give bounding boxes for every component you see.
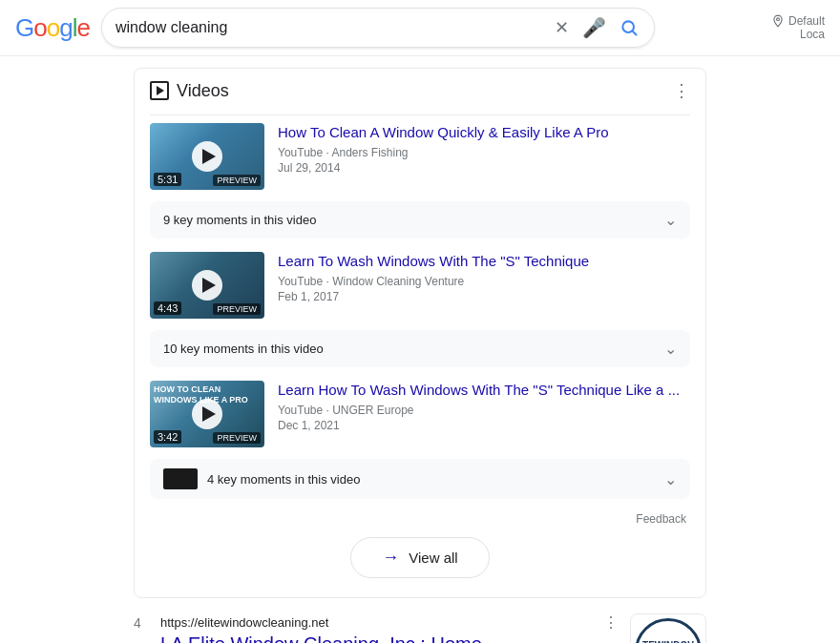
video-title-3[interactable]: Learn How To Wash Windows With The "S" T… — [278, 381, 690, 400]
key-moments-left-3: 4 key moments in this video — [163, 468, 360, 489]
search-icon — [620, 18, 639, 37]
microphone-icon: 🎤 — [582, 16, 606, 39]
view-all-label: View all — [409, 550, 457, 566]
result-more-dots-4[interactable]: ⋮ — [603, 613, 619, 632]
main-content: Videos ⋮ 5:31 PREVIEW How To Clean A Win… — [0, 68, 840, 643]
search-icons: ✕ 🎤 — [553, 14, 640, 41]
key-moments-left-1: 9 key moments in this video — [163, 213, 316, 227]
video-thumbnail-2[interactable]: 4:43 PREVIEW — [150, 252, 264, 319]
videos-more-dots[interactable]: ⋮ — [673, 80, 690, 101]
result-url-row-4: https://elitewindowcleaning.net ⋮ — [160, 613, 619, 632]
play-button-1[interactable] — [192, 141, 222, 172]
location-area: Default Loca — [771, 14, 825, 41]
video-item-3: HOW TO CLEAN WINDOWS LIKE A PRO 3:42 PRE… — [150, 381, 690, 447]
video-title-1[interactable]: How To Clean A Window Quickly & Easily L… — [278, 123, 690, 142]
location-sub: Loca — [800, 28, 825, 41]
google-logo: Google — [15, 13, 90, 43]
videos-header: Videos ⋮ — [150, 80, 690, 101]
voice-search-button[interactable]: 🎤 — [580, 14, 608, 41]
clear-icon: ✕ — [555, 17, 569, 38]
search-bar: ✕ 🎤 — [101, 8, 655, 48]
key-moments-3[interactable]: 4 key moments in this video ⌄ — [150, 459, 690, 499]
logo-e: e — [76, 13, 89, 43]
video-section-icon — [150, 81, 169, 100]
thumb-duration-3: 3:42 — [154, 430, 181, 444]
feedback-link[interactable]: Feedback — [636, 512, 686, 526]
video-date-2: Feb 1, 2017 — [278, 290, 690, 303]
view-all-row: → View all — [150, 529, 690, 590]
result-item-4: 4 https://elitewindowcleaning.net ⋮ LA E… — [134, 613, 706, 643]
video-date-3: Dec 1, 2021 — [278, 419, 690, 432]
videos-section: Videos ⋮ 5:31 PREVIEW How To Clean A Win… — [134, 68, 706, 598]
logo-o1: o — [33, 13, 46, 43]
play-button-3[interactable] — [192, 399, 222, 429]
result-number-4: 4 — [134, 615, 149, 631]
video-item-1: 5:31 PREVIEW How To Clean A Window Quick… — [150, 123, 690, 190]
result-title-4[interactable]: LA Elite Window Cleaning, Inc.: Home — [160, 633, 619, 643]
svg-line-1 — [633, 31, 637, 35]
logo-circle-4: TEWINDOV CLEAMIN — [635, 618, 702, 643]
logo-text-4: TEWINDOV CLEAMIN — [638, 636, 699, 643]
thumb-preview-2: PREVIEW — [213, 303, 261, 315]
video-info-2: Learn To Wash Windows With The "S" Techn… — [278, 252, 690, 319]
key-moments-1[interactable]: 9 key moments in this video ⌄ — [150, 201, 690, 239]
thumb-duration-1: 5:31 — [154, 173, 181, 186]
key-moments-thumb-3 — [163, 468, 198, 489]
arrow-right-icon: → — [382, 548, 399, 568]
video-meta-1: YouTube · Anders Fishing — [278, 146, 690, 159]
location-top: Default — [771, 14, 825, 28]
result-logo-4: TEWINDOV CLEAMIN — [630, 613, 706, 643]
thumb-preview-1: PREVIEW — [213, 175, 261, 186]
logo-g: G — [15, 13, 33, 43]
chevron-down-icon-1: ⌄ — [664, 211, 677, 229]
location-label: Default — [788, 14, 825, 28]
video-thumbnail-3[interactable]: HOW TO CLEAN WINDOWS LIKE A PRO 3:42 PRE… — [150, 381, 264, 447]
key-moments-left-2: 10 key moments in this video — [163, 342, 324, 356]
video-meta-3: YouTube · UNGER Europe — [278, 404, 690, 417]
divider-top — [150, 114, 690, 115]
video-date-1: Jul 29, 2014 — [278, 161, 690, 175]
feedback-row: Feedback — [150, 512, 690, 526]
view-all-button[interactable]: → View all — [350, 537, 489, 578]
video-title-2[interactable]: Learn To Wash Windows With The "S" Techn… — [278, 252, 690, 271]
clear-button[interactable]: ✕ — [553, 15, 571, 40]
svg-point-2 — [777, 18, 780, 21]
chevron-down-icon-2: ⌄ — [664, 340, 677, 358]
key-moments-2[interactable]: 10 key moments in this video ⌄ — [150, 330, 690, 367]
header: Google ✕ 🎤 Default Loc — [0, 0, 840, 56]
thumb-preview-3: PREVIEW — [213, 432, 261, 444]
video-meta-2: YouTube · Window Cleaning Venture — [278, 275, 690, 288]
key-moments-text-1: 9 key moments in this video — [163, 213, 316, 227]
play-button-2[interactable] — [192, 270, 222, 301]
result-body-4: https://elitewindowcleaning.net ⋮ LA Eli… — [160, 613, 619, 643]
video-info-1: How To Clean A Window Quickly & Easily L… — [278, 123, 690, 190]
video-thumbnail-1[interactable]: 5:31 PREVIEW — [150, 123, 264, 190]
thumb-duration-2: 4:43 — [154, 301, 181, 315]
logo-o2: o — [47, 13, 59, 43]
location-pin-icon — [771, 14, 785, 28]
logo-g2: g — [59, 13, 72, 43]
result-url-4: https://elitewindowcleaning.net — [160, 615, 328, 630]
video-info-3: Learn How To Wash Windows With The "S" T… — [278, 381, 690, 447]
search-button[interactable] — [618, 16, 640, 39]
search-input[interactable] — [116, 19, 545, 36]
key-moments-text-3: 4 key moments in this video — [207, 472, 360, 487]
key-moments-text-2: 10 key moments in this video — [163, 342, 324, 356]
chevron-down-icon-3: ⌄ — [664, 470, 677, 488]
videos-title: Videos — [177, 81, 229, 101]
videos-title-area: Videos — [150, 81, 229, 101]
video-item-2: 4:43 PREVIEW Learn To Wash Windows With … — [150, 252, 690, 319]
